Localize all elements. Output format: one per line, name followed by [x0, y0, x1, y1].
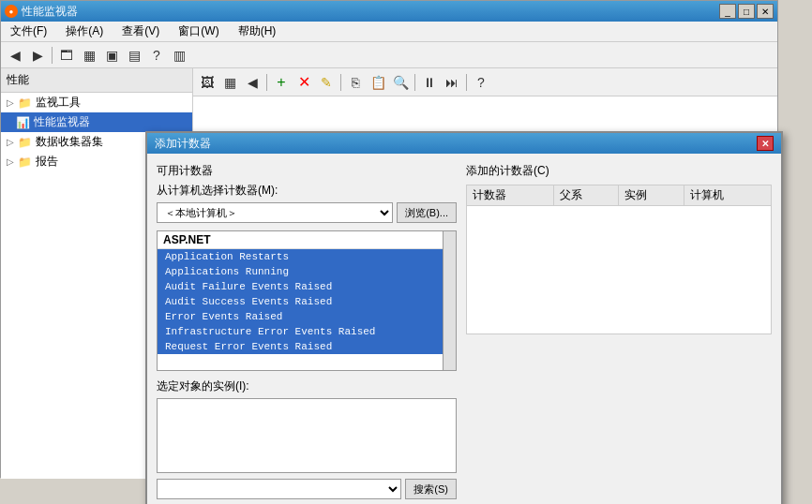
- tree-icon-datacollector: 📁: [18, 136, 32, 149]
- bottom-select[interactable]: [157, 479, 401, 499]
- listbox-scrollbar[interactable]: [443, 231, 456, 370]
- tree-item-tools[interactable]: ▷ 📁 监视工具: [1, 93, 192, 112]
- menu-bar: 文件(F) 操作(A) 查看(V) 窗口(W) 帮助(H): [1, 22, 777, 42]
- menu-action[interactable]: 操作(A): [60, 22, 109, 41]
- close-button[interactable]: ✕: [757, 4, 774, 19]
- panel-header: 性能: [1, 68, 192, 93]
- chart-btn-3[interactable]: ◀: [242, 72, 263, 93]
- remove-counter-btn[interactable]: ✕: [293, 72, 314, 93]
- expand-icon-3: ▷: [7, 156, 14, 167]
- tree-icon-monitor: 📊: [16, 116, 30, 129]
- add-counter-btn[interactable]: +: [271, 72, 292, 93]
- counter-item-2[interactable]: Audit Failure Events Raised: [158, 279, 456, 294]
- forward-button[interactable]: ▶: [27, 45, 48, 66]
- chart-btn-1[interactable]: 🖼: [197, 72, 218, 93]
- panel-header-label: 性能: [7, 72, 29, 88]
- button4[interactable]: ▤: [124, 45, 144, 66]
- counter-item-5[interactable]: Infrastructure Error Events Raised: [158, 324, 456, 339]
- chart-search-btn[interactable]: 🔍: [390, 72, 411, 93]
- select-computer-label: 从计算机选择计数器(M):: [157, 183, 457, 199]
- menu-view[interactable]: 查看(V): [116, 22, 165, 41]
- help-btn-chart[interactable]: ?: [471, 72, 491, 93]
- minimize-button[interactable]: _: [719, 4, 736, 19]
- menu-file[interactable]: 文件(F): [5, 22, 53, 41]
- counter-item-4[interactable]: Error Events Raised: [158, 309, 456, 324]
- col-counter: 计数器: [467, 185, 554, 206]
- toolbar: ◀ ▶ 🗔 ▦ ▣ ▤ ? ▥: [1, 42, 777, 68]
- dialog-right-panel: 添加的计数器(C) 计数器 父系 实例 计算机: [466, 163, 772, 499]
- window-controls: _ □ ✕: [719, 4, 774, 19]
- copy-btn[interactable]: ⎘: [345, 72, 366, 93]
- main-window-icon: ●: [5, 5, 18, 18]
- chart-sep2: [340, 74, 341, 91]
- col-instance: 实例: [619, 185, 684, 206]
- chart-sep3: [414, 74, 415, 91]
- empty-row: [467, 206, 772, 334]
- main-window-title: 性能监视器: [22, 4, 78, 20]
- counter-item-6[interactable]: Request Error Events Raised: [158, 339, 456, 354]
- paste-btn[interactable]: 📋: [368, 72, 388, 93]
- maximize-button[interactable]: □: [738, 4, 755, 19]
- main-title-bar: ● 性能监视器 _ □ ✕: [1, 1, 777, 22]
- computer-select-row: ＜本地计算机＞ 浏览(B)...: [157, 202, 457, 223]
- menu-window[interactable]: 窗口(W): [173, 22, 224, 41]
- up-button[interactable]: 🗔: [56, 45, 77, 66]
- browse-button[interactable]: 浏览(B)...: [397, 202, 457, 223]
- dialog-title-bar: 添加计数器 ✕: [147, 133, 781, 154]
- dialog-bottom-row: 搜索(S): [157, 479, 457, 499]
- chart-btn-2[interactable]: ▦: [219, 72, 240, 93]
- show-hide-button[interactable]: ▦: [79, 45, 99, 66]
- chart-sep: [266, 74, 267, 91]
- new-button[interactable]: ▣: [101, 45, 122, 66]
- dialog-close-button[interactable]: ✕: [757, 136, 774, 151]
- list-group-header-aspnet[interactable]: ASP.NET ▲: [158, 231, 456, 249]
- dialog-body: 可用计数器 从计算机选择计数器(M): ＜本地计算机＞ 浏览(B)... ASP…: [147, 154, 781, 504]
- instance-listbox[interactable]: [157, 398, 457, 473]
- tree-icon-tools: 📁: [18, 96, 32, 110]
- add-section-label: 添加的计数器(C): [466, 163, 772, 179]
- dialog-left-panel: 可用计数器 从计算机选择计数器(M): ＜本地计算机＞ 浏览(B)... ASP…: [157, 163, 457, 499]
- group-name-aspnet: ASP.NET: [163, 233, 210, 246]
- available-counters-label: 可用计数器: [157, 163, 457, 179]
- chart-sep4: [466, 74, 467, 91]
- counter-item-3[interactable]: Audit Success Events Raised: [158, 294, 456, 309]
- tree-item-monitor[interactable]: 📊 性能监视器: [1, 112, 192, 132]
- counter-item-0[interactable]: Application Restarts: [158, 249, 456, 264]
- added-counters-table: 计数器 父系 实例 计算机: [466, 185, 772, 334]
- toolbar-sep-1: [52, 47, 53, 64]
- col-parent: 父系: [553, 185, 619, 206]
- expand-icon: ▷: [7, 97, 14, 108]
- col-computer: 计算机: [684, 185, 772, 206]
- menu-help[interactable]: 帮助(H): [233, 22, 282, 41]
- search-button[interactable]: 搜索(S): [405, 479, 457, 499]
- computer-select[interactable]: ＜本地计算机＞: [157, 202, 393, 223]
- pause-btn[interactable]: ⏸: [419, 72, 440, 93]
- back-button[interactable]: ◀: [5, 45, 25, 66]
- chart-toolbar: 🖼 ▦ ◀ + ✕ ✎ ⎘ 📋 🔍 ⏸ ⏭ ?: [193, 68, 777, 96]
- tree-icon-report: 📁: [18, 156, 32, 169]
- instance-label: 选定对象的实例(I):: [157, 378, 457, 394]
- counter-listbox[interactable]: ASP.NET ▲ Application Restarts Applicati…: [157, 230, 457, 371]
- help-icon-btn[interactable]: ?: [146, 45, 167, 66]
- edit-counter-btn[interactable]: ✎: [316, 72, 337, 93]
- counter-item-1[interactable]: Applications Running: [158, 264, 456, 279]
- expand-icon-2: ▷: [7, 137, 14, 147]
- dialog-title-text: 添加计数器: [155, 136, 211, 152]
- button5[interactable]: ▥: [169, 45, 189, 66]
- add-counter-dialog: 添加计数器 ✕ 可用计数器 从计算机选择计数器(M): ＜本地计算机＞ 浏览(B…: [145, 131, 783, 504]
- step-btn[interactable]: ⏭: [442, 72, 462, 93]
